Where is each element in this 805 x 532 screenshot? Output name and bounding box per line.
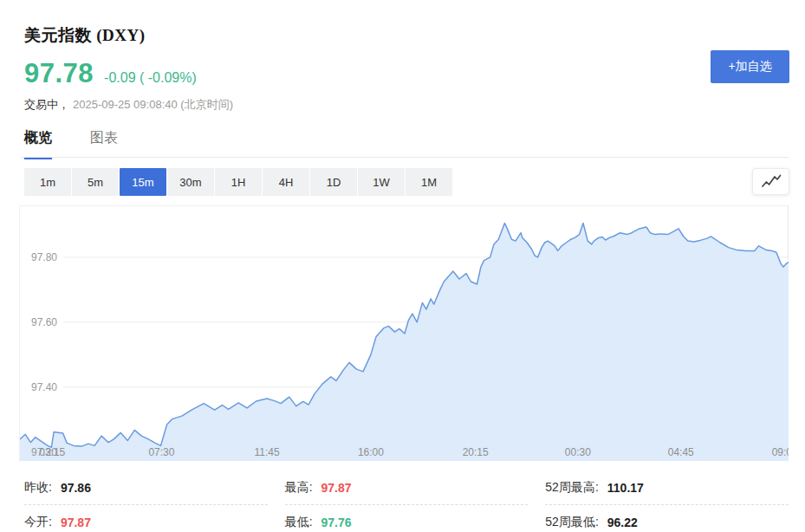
x-axis-label: 00:30 [559, 446, 597, 458]
range-button-1W[interactable]: 1W [358, 168, 405, 196]
y-axis-label: 97.80 [31, 251, 57, 263]
range-button-4H[interactable]: 4H [263, 168, 309, 196]
stat-row: 最高:97.87 [285, 470, 529, 505]
stat-row: 52周最低:96.22 [545, 505, 789, 532]
stat-label: 最低: [285, 515, 313, 530]
price-row: 97.78 -0.09 ( -0.09%) [24, 58, 233, 89]
stat-label: 昨收: [24, 480, 52, 496]
stat-label: 52周最高: [545, 480, 598, 496]
header: 美元指数 (DXY) 97.78 -0.09 ( -0.09%) 交易中，202… [24, 24, 233, 113]
tabs-divider [21, 157, 789, 158]
stats-column-3: 52周最高:110.1752周最低:96.22 [545, 470, 789, 532]
add-watchlist-button[interactable]: +加自选 [711, 50, 789, 83]
stat-value: 96.22 [607, 516, 638, 529]
tabs: 概览图表 [24, 129, 118, 159]
stat-label: 52周最低: [545, 515, 598, 530]
range-button-1m[interactable]: 1m [24, 168, 71, 196]
x-axis-label: 07:30 [142, 446, 180, 458]
quote-timestamp: 2025-09-25 09:08:40 (北京时间) [73, 98, 233, 111]
x-axis-label: 03:15 [33, 446, 71, 458]
x-axis-label: 09:00 [766, 446, 789, 458]
stat-row: 今开:97.87 [24, 505, 268, 532]
stat-value: 97.76 [321, 516, 352, 529]
stats-grid: 昨收:97.86今开:97.87最高:97.87最低:97.7652周最高:11… [24, 470, 789, 532]
trend-line-icon [760, 174, 782, 190]
tab-图表[interactable]: 图表 [90, 129, 118, 159]
range-button-5m[interactable]: 5m [72, 168, 119, 196]
range-button-15m[interactable]: 15m [120, 168, 166, 196]
status-row: 交易中，2025-09-25 09:08:40 (北京时间) [24, 97, 233, 113]
stats-column-2: 最高:97.87最低:97.76 [285, 470, 529, 532]
y-axis-label: 97.40 [31, 381, 57, 393]
instrument-title: 美元指数 (DXY) [24, 24, 233, 47]
y-axis-label: 97.60 [31, 316, 57, 328]
chart-style-button[interactable] [752, 168, 789, 195]
price-change: -0.09 ( -0.09%) [104, 70, 197, 86]
current-price: 97.78 [24, 58, 94, 89]
range-button-1H[interactable]: 1H [215, 168, 262, 196]
x-axis-label: 20:15 [457, 446, 495, 458]
tab-概览[interactable]: 概览 [24, 129, 52, 159]
stat-value: 97.86 [61, 481, 91, 495]
x-axis-label: 04:45 [662, 446, 700, 458]
stat-label: 今开: [24, 515, 52, 530]
x-axis-label: 11:45 [248, 446, 286, 458]
stat-value: 97.87 [61, 516, 91, 529]
stat-value: 110.17 [607, 481, 644, 495]
range-button-30m[interactable]: 30m [167, 168, 214, 196]
stat-row: 昨收:97.86 [24, 470, 268, 505]
x-axis-label: 16:00 [352, 446, 390, 458]
stat-value: 97.87 [321, 481, 352, 495]
trading-status: 交易中， [24, 98, 69, 111]
stat-row: 52周最高:110.17 [545, 470, 789, 505]
range-bar: 1m5m15m30m1H4H1D1W1M [24, 168, 452, 196]
price-chart-svg[interactable] [20, 206, 789, 462]
stats-column-1: 昨收:97.86今开:97.87 [24, 470, 268, 532]
stat-row: 最低:97.76 [285, 505, 529, 532]
range-button-1M[interactable]: 1M [406, 168, 452, 196]
range-button-1D[interactable]: 1D [310, 168, 357, 196]
price-chart[interactable]: 97.8097.6097.4097.2003:1507:3011:4516:00… [19, 205, 789, 462]
stat-label: 最高: [285, 480, 313, 496]
